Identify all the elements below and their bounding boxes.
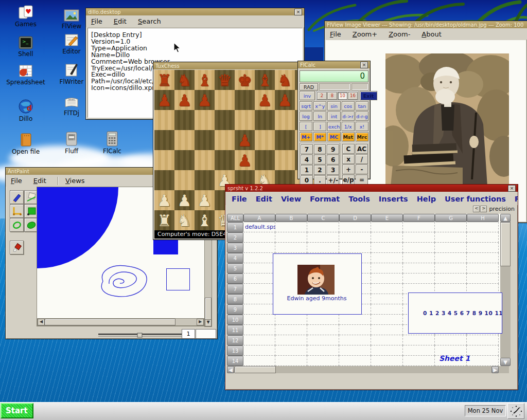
calc-btn-7[interactable]: 7 bbox=[301, 144, 313, 154]
cell[interactable] bbox=[435, 253, 467, 263]
cell[interactable] bbox=[371, 356, 403, 366]
menu-item-format[interactable]: Format bbox=[310, 195, 340, 203]
cell[interactable] bbox=[307, 243, 339, 253]
calc-btn-sqrt[interactable]: sqrt bbox=[300, 101, 312, 111]
cell[interactable] bbox=[371, 263, 403, 273]
board-square[interactable] bbox=[275, 150, 295, 170]
menu-item-tools[interactable]: Tools bbox=[348, 195, 370, 203]
row-header[interactable]: 1 bbox=[227, 222, 243, 232]
sheet-tab-label[interactable]: Sheet 1 bbox=[439, 354, 470, 362]
board-square[interactable]: ♜ bbox=[154, 70, 174, 90]
cell[interactable] bbox=[243, 294, 275, 304]
cell[interactable] bbox=[275, 356, 307, 366]
calc-btn-x^y[interactable]: x^y bbox=[313, 101, 326, 111]
board-square[interactable]: ♟ bbox=[235, 130, 255, 150]
cell[interactable] bbox=[371, 284, 403, 294]
cell[interactable] bbox=[403, 222, 435, 232]
cell[interactable] bbox=[371, 315, 403, 325]
cell[interactable] bbox=[243, 315, 275, 325]
calc-mode-button[interactable]: RAD bbox=[300, 83, 318, 90]
board-square[interactable]: ♟ bbox=[255, 90, 275, 110]
cell[interactable] bbox=[275, 232, 307, 243]
board-square[interactable] bbox=[195, 130, 215, 150]
column-header[interactable]: C bbox=[307, 214, 339, 222]
row-header[interactable]: 9 bbox=[227, 304, 243, 315]
cell[interactable] bbox=[339, 345, 371, 356]
calc-btn-tan[interactable]: tan bbox=[356, 101, 368, 111]
scroll-left-icon[interactable]: ◀ bbox=[227, 366, 234, 373]
vscroll-thumb[interactable] bbox=[500, 222, 511, 266]
scroll-left-icon[interactable]: ◀ bbox=[38, 319, 45, 325]
paint-zoom-slider[interactable] bbox=[98, 333, 182, 338]
desktop-icon-fluff[interactable]: Fluff bbox=[52, 131, 91, 155]
cell[interactable] bbox=[435, 273, 467, 284]
cell[interactable] bbox=[275, 315, 307, 325]
line-tool-button[interactable] bbox=[24, 190, 38, 204]
board-square[interactable]: ♛ bbox=[215, 70, 235, 90]
calc-btn-6[interactable]: 6 bbox=[327, 155, 339, 165]
filled-rect-tool-button[interactable] bbox=[24, 204, 38, 218]
board-square[interactable] bbox=[235, 110, 255, 130]
menu-item-help[interactable]: Help bbox=[417, 195, 436, 203]
cell[interactable] bbox=[435, 263, 467, 273]
cell[interactable] bbox=[275, 222, 307, 232]
sheet-number-object[interactable]: 0 1 2 3 4 5 6 7 8 9 10 11 12 13 1 bbox=[408, 293, 502, 334]
cell[interactable] bbox=[339, 222, 371, 232]
cell[interactable] bbox=[307, 325, 339, 335]
calc-btn-/[interactable]: / bbox=[356, 154, 368, 164]
calc-btn-int[interactable]: int bbox=[327, 112, 340, 121]
row-header[interactable]: 2 bbox=[227, 232, 243, 243]
menu-item-zoom-[interactable]: Zoom+ bbox=[353, 30, 377, 38]
cell[interactable] bbox=[403, 345, 435, 356]
cell[interactable] bbox=[467, 243, 499, 253]
menu-item-about[interactable]: About bbox=[421, 30, 441, 38]
cell[interactable] bbox=[467, 356, 499, 366]
scroll-up-icon[interactable]: ▲ bbox=[500, 214, 511, 222]
desktop-icon-open-file[interactable]: Open file bbox=[5, 133, 46, 155]
row-header[interactable]: 4 bbox=[227, 253, 243, 263]
fill-tool-button[interactable] bbox=[10, 241, 24, 254]
column-header[interactable]: D bbox=[339, 214, 371, 222]
board-square[interactable]: ♟ bbox=[195, 190, 215, 210]
board-square[interactable] bbox=[195, 110, 215, 130]
editor-titlebar[interactable]: dillo.desktop bbox=[86, 8, 304, 15]
cell[interactable] bbox=[243, 273, 275, 284]
board-square[interactable] bbox=[195, 170, 215, 190]
menu-item-views[interactable]: Views bbox=[65, 177, 85, 185]
calc-btn-inv[interactable]: inv bbox=[300, 91, 315, 100]
calc-btn-1/x[interactable]: 1/x bbox=[342, 122, 355, 131]
scroll-right-icon[interactable]: ▶ bbox=[491, 366, 499, 373]
cell[interactable] bbox=[371, 294, 403, 304]
cell[interactable] bbox=[435, 335, 467, 345]
cell[interactable] bbox=[307, 315, 339, 325]
scroll-down-icon[interactable]: ▼ bbox=[205, 319, 212, 326]
calc-base-16[interactable]: 16 bbox=[348, 92, 358, 100]
cell[interactable] bbox=[339, 335, 371, 345]
cell[interactable] bbox=[339, 315, 371, 325]
cell[interactable] bbox=[371, 325, 403, 335]
start-button[interactable]: Start bbox=[1, 403, 33, 418]
board-square[interactable] bbox=[275, 110, 295, 130]
calc-btn-MC[interactable]: MC bbox=[327, 132, 340, 141]
axis-tool-button[interactable] bbox=[10, 204, 24, 218]
cell[interactable] bbox=[403, 335, 435, 345]
column-header[interactable]: H bbox=[467, 214, 499, 222]
board-square[interactable]: ♞ bbox=[174, 70, 195, 90]
cell[interactable] bbox=[403, 356, 435, 366]
row-header[interactable]: 8 bbox=[227, 294, 243, 304]
cell[interactable] bbox=[435, 222, 467, 232]
board-square[interactable] bbox=[154, 110, 174, 130]
paint-zoom-value[interactable]: 1 bbox=[182, 329, 195, 339]
cell[interactable] bbox=[307, 356, 339, 366]
cell[interactable] bbox=[243, 284, 275, 294]
board-square[interactable] bbox=[154, 170, 174, 190]
row-header[interactable]: 6 bbox=[227, 273, 243, 284]
row-header[interactable]: 10 bbox=[227, 315, 243, 325]
precision-decrease-button[interactable]: < bbox=[473, 206, 480, 212]
board-square[interactable]: ♟ bbox=[154, 90, 174, 110]
cell[interactable] bbox=[403, 273, 435, 284]
board-square[interactable] bbox=[275, 130, 295, 150]
hscroll-thumb[interactable] bbox=[45, 319, 175, 325]
desktop-icon-shell[interactable]: >_ Shell bbox=[6, 36, 45, 58]
select-all-button[interactable]: ALL bbox=[227, 214, 243, 222]
